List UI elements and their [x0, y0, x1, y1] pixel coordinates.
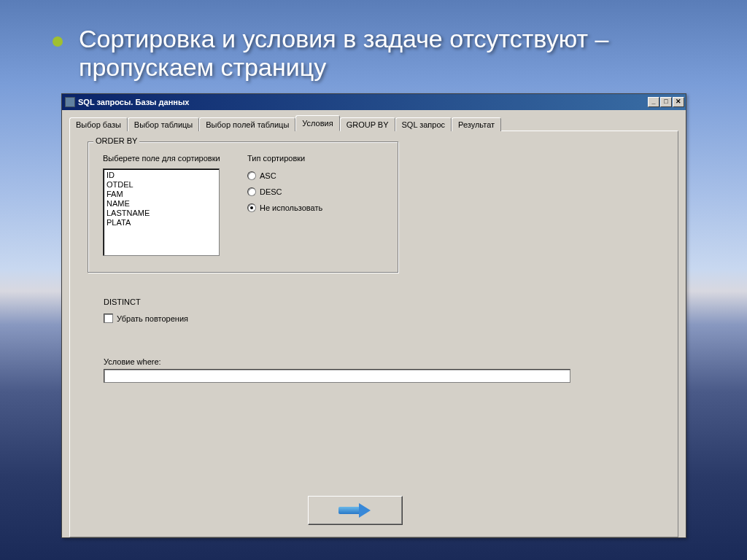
- slide-heading: Сортировка и условия в задаче отсутствую…: [79, 25, 747, 82]
- checkbox-icon: [104, 314, 113, 323]
- list-item[interactable]: OTDEL: [107, 180, 216, 190]
- tab-sql-query[interactable]: SQL запрос: [395, 117, 452, 131]
- close-button[interactable]: ✕: [673, 97, 684, 107]
- tab-conditions[interactable]: Условия: [295, 115, 339, 131]
- app-window: SQL запросы. Базы данных _ □ ✕ Выбор баз…: [61, 93, 686, 538]
- distinct-title: DISTINCT: [104, 298, 141, 306]
- field-select-label: Выберете поле для сортировки: [103, 154, 220, 163]
- tab-select-fields[interactable]: Выбор полей таблицы: [199, 117, 295, 131]
- tab-result[interactable]: Результат: [452, 117, 501, 131]
- tab-group-by[interactable]: GROUP BY: [340, 117, 395, 131]
- radio-label: DESC: [260, 187, 282, 196]
- next-button[interactable]: [308, 496, 403, 525]
- arrow-right-icon: [338, 505, 372, 516]
- titlebar: SQL запросы. Базы данных _ □ ✕: [62, 94, 686, 110]
- list-item[interactable]: LASTNAME: [107, 209, 216, 218]
- radio-desc[interactable]: DESC: [247, 187, 282, 196]
- tabstrip: Выбор базы Выбор таблицы Выбор полей таб…: [69, 114, 678, 131]
- maximize-button[interactable]: □: [660, 97, 672, 107]
- list-item[interactable]: ID: [107, 171, 216, 180]
- checkbox-label: Убрать повторения: [117, 314, 188, 323]
- app-icon: [65, 97, 75, 107]
- radio-none[interactable]: Не использовать: [247, 203, 322, 212]
- radio-label: ASC: [260, 171, 276, 180]
- orderby-title: ORDER BY: [93, 136, 139, 145]
- radio-icon: [247, 171, 256, 180]
- where-input[interactable]: [104, 369, 570, 383]
- radio-label: Не использовать: [260, 203, 322, 212]
- window-title: SQL запросы. Базы данных: [78, 98, 647, 106]
- tab-select-table[interactable]: Выбор таблицы: [128, 117, 199, 131]
- tab-select-db[interactable]: Выбор базы: [69, 117, 128, 131]
- list-item[interactable]: PLATA: [107, 218, 216, 228]
- list-item[interactable]: NAME: [107, 199, 216, 209]
- orderby-groupbox: ORDER BY Выберете поле для сортировки ID…: [88, 141, 398, 273]
- radio-asc[interactable]: ASC: [247, 171, 276, 180]
- distinct-checkbox[interactable]: Убрать повторения: [104, 314, 188, 323]
- minimize-button[interactable]: _: [648, 97, 659, 107]
- tab-panel: ORDER BY Выберете поле для сортировки ID…: [69, 131, 678, 537]
- sort-type-label: Тип сортировки: [247, 154, 305, 163]
- sort-field-listbox[interactable]: ID OTDEL FAM NAME LASTNAME PLATA: [103, 168, 220, 256]
- list-item[interactable]: FAM: [107, 190, 216, 199]
- radio-icon: [247, 203, 256, 212]
- where-label: Условие where:: [104, 357, 161, 366]
- bullet-icon: [53, 36, 63, 47]
- radio-icon: [247, 187, 256, 196]
